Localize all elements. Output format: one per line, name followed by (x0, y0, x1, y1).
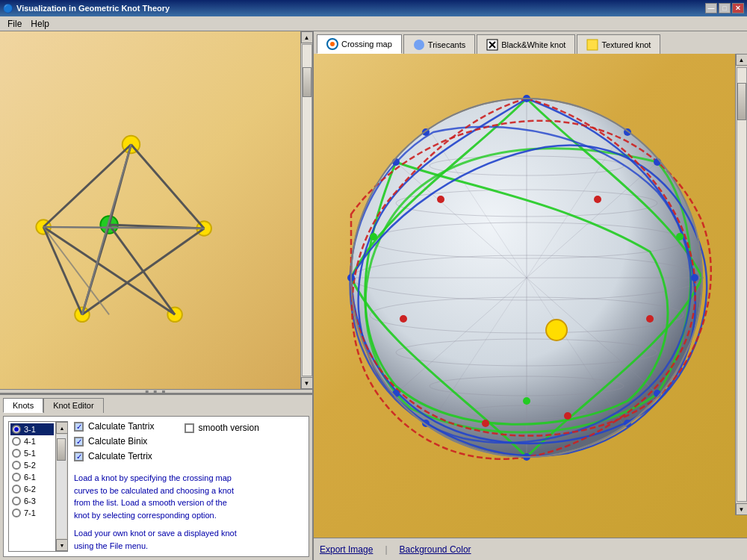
viz-tab-trisecants[interactable]: Trisecants (403, 34, 475, 54)
tab-knot-editor[interactable]: Knot Editor (43, 398, 103, 413)
label-tantrix: Calculate Tantrix (88, 421, 155, 432)
svg-rect-22 (587, 40, 598, 50)
knot-item-7-1[interactable]: 7-1 (10, 507, 54, 519)
knot-list-scrollbar[interactable]: ▲ ▼ (55, 422, 67, 551)
crossing-map-icon (326, 38, 338, 50)
radio-6-3[interactable] (12, 497, 21, 505)
knot-item-6-2[interactable]: 6-2 (10, 483, 54, 495)
bottom-bar: Export Image | Background Color (314, 538, 747, 560)
info-line-6: using the File menu. (74, 540, 304, 553)
svg-point-50 (594, 196, 601, 203)
app-title: Visualization in Geometric Knot Theory (16, 4, 170, 13)
checkbox-row-smooth: smooth version (185, 423, 259, 433)
knot-item-4-1[interactable]: 4-1 (10, 435, 54, 447)
radio-6-1[interactable] (12, 473, 21, 482)
export-image-link[interactable]: Export Image (320, 544, 373, 555)
svg-point-55 (482, 420, 489, 427)
info-line-3: from the list. Load a smooth version of … (74, 497, 304, 509)
background-color-link[interactable]: Background Color (400, 544, 471, 555)
scroll-track[interactable] (302, 44, 312, 376)
viz-tab-crossing-map[interactable]: Crossing map (317, 34, 402, 54)
radio-3-1[interactable] (12, 425, 21, 434)
info-line-4: knot by selecting corresponding option. (74, 509, 304, 522)
checkbox-row-binix: Calculate Binix (74, 436, 155, 447)
knot-list: 3-1 4-1 5-1 5-2 (8, 421, 68, 552)
knot-viz-scrollbar[interactable]: ▲ ▼ (300, 31, 312, 389)
svg-line-6 (43, 145, 131, 227)
svg-point-57 (676, 233, 684, 240)
knot-list-scroll-down[interactable]: ▼ (56, 539, 68, 551)
svg-point-39 (691, 274, 698, 281)
checkbox-tantrix[interactable] (74, 422, 84, 432)
title-bar: 🔵 Visualization in Geometric Knot Theory… (0, 0, 747, 16)
tab-knots[interactable]: Knots (3, 398, 43, 413)
svg-point-5 (167, 308, 182, 323)
trisecants-icon (413, 39, 425, 51)
menu-bar: File Help (0, 16, 747, 31)
svg-point-19 (330, 42, 335, 46)
right-scrollbar[interactable]: ▲ ▼ (735, 54, 747, 515)
knot-item-6-3[interactable]: 6-3 (10, 495, 54, 507)
viz-tab-textured-knot[interactable]: Textured knot (577, 34, 660, 54)
tab-content: 3-1 4-1 5-1 5-2 (3, 416, 309, 557)
svg-line-14 (109, 225, 175, 314)
info-line-5: Load your own knot or save a displayed k… (74, 527, 304, 540)
scroll-down-btn[interactable]: ▼ (301, 377, 313, 389)
viz-tab-textured-knot-label: Textured knot (601, 40, 651, 49)
knot-svg (0, 31, 291, 389)
textured-knot-icon (586, 39, 598, 51)
app-icon: 🔵 (3, 4, 13, 13)
maximize-button[interactable]: □ (719, 3, 731, 13)
separator: | (385, 544, 387, 555)
svg-point-59 (546, 320, 567, 340)
svg-point-56 (523, 397, 530, 405)
menu-help[interactable]: Help (26, 17, 54, 31)
checkbox-row-tertrix: Calculate Tertrix (74, 451, 155, 461)
radio-7-1[interactable] (12, 508, 21, 517)
svg-point-58 (370, 233, 377, 240)
svg-point-53 (437, 196, 444, 203)
bw-knot-icon (486, 39, 498, 51)
radio-6-2[interactable] (12, 485, 21, 494)
close-button[interactable]: ✕ (732, 3, 744, 13)
scroll-thumb[interactable] (303, 67, 311, 97)
viz-tabs: Crossing map Trisecants Black&White knot (314, 31, 747, 54)
control-panel: Knots Knot Editor 3-1 4-1 (0, 393, 312, 560)
window-controls: — □ ✕ (705, 3, 744, 13)
knot-visualization: ▲ ▼ (0, 31, 312, 389)
knot-item-5-2[interactable]: 5-2 (10, 459, 54, 471)
right-scroll-down[interactable]: ▼ (736, 503, 748, 515)
knot-item-6-1[interactable]: 6-1 (10, 471, 54, 483)
sphere-svg (336, 61, 717, 494)
viz-tab-trisecants-label: Trisecants (428, 40, 465, 49)
info-line-2: curves to be calculated and choosing a k… (74, 485, 304, 497)
checkbox-smooth[interactable] (185, 423, 194, 433)
checkbox-tertrix[interactable] (74, 452, 84, 461)
main-container: ▲ ▼ ■ ■ ■ Knots Knot Editor (0, 31, 747, 560)
knot-list-scroll-up[interactable]: ▲ (56, 422, 68, 434)
info-line-1: Load a knot by specifying the crossing m… (74, 472, 304, 485)
radio-5-1[interactable] (12, 449, 21, 458)
viz-tab-bw-knot-label: Black&White knot (501, 40, 565, 49)
right-scroll-up[interactable]: ▲ (736, 54, 748, 66)
radio-5-2[interactable] (12, 461, 21, 470)
sphere-visualization: ▲ ▼ (314, 54, 747, 538)
knot-item-5-1[interactable]: 5-1 (10, 447, 54, 459)
viz-tab-crossing-map-label: Crossing map (341, 40, 392, 49)
label-tertrix: Calculate Tertrix (88, 451, 152, 461)
label-smooth: smooth version (199, 423, 259, 433)
left-panel: ▲ ▼ ■ ■ ■ Knots Knot Editor (0, 31, 314, 560)
label-binix: Calculate Binix (88, 436, 147, 447)
svg-point-20 (414, 40, 424, 50)
info-text: Load a knot by specifying the crossing m… (74, 472, 304, 552)
checkbox-binix[interactable] (74, 437, 84, 447)
viz-tab-bw-knot[interactable]: Black&White knot (477, 34, 575, 54)
checkbox-row-tantrix: Calculate Tantrix (74, 421, 155, 432)
radio-4-1[interactable] (12, 437, 21, 446)
knot-item-3-1[interactable]: 3-1 (10, 423, 54, 435)
menu-file[interactable]: File (3, 17, 26, 31)
minimize-button[interactable]: — (705, 3, 717, 13)
right-scroll-track[interactable] (737, 67, 747, 502)
svg-point-51 (646, 315, 654, 323)
scroll-up-btn[interactable]: ▲ (301, 31, 313, 43)
